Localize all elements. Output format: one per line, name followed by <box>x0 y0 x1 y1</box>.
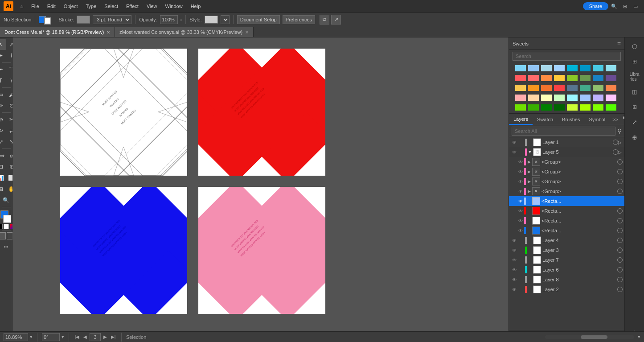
tab-swatch[interactable]: Swatch <box>533 114 558 125</box>
more-tools-button[interactable]: ••• <box>1 242 12 252</box>
color-cell[interactable] <box>567 85 578 91</box>
workspace-switcher-icon[interactable]: ⊞ <box>620 1 630 11</box>
tab-close-1[interactable]: ✕ <box>107 30 110 35</box>
eraser-tool[interactable]: ⊘ <box>0 114 6 125</box>
artboard-2-canvas[interactable]: WANTED MOST WANTED WANTED MOST WANTED WA… <box>198 49 325 176</box>
color-cell[interactable] <box>528 75 539 81</box>
color-cell[interactable] <box>554 75 565 81</box>
draw-normal-icon[interactable] <box>0 232 6 239</box>
expand-group3[interactable]: ▶ <box>526 178 532 185</box>
stroke-color-box[interactable] <box>44 17 51 25</box>
layers-tabs-more[interactable]: >> <box>610 114 621 125</box>
zoom-dropdown-icon[interactable]: ▾ <box>30 334 33 340</box>
target-group4[interactable] <box>617 189 623 194</box>
layer-row-group1[interactable]: 👁 ▶ ✕ <Group> <box>509 157 624 167</box>
layer-row-recta1[interactable]: 👁 <Recta... <box>509 196 624 206</box>
tab-brushes[interactable]: Brushes <box>558 114 584 125</box>
expand-status-icon[interactable]: ▾ <box>638 334 640 340</box>
color-cell[interactable] <box>554 95 565 101</box>
align-icon[interactable]: ⊞ <box>628 100 642 114</box>
color-cell[interactable] <box>606 104 616 111</box>
opacity-expand-icon[interactable]: › <box>180 17 182 22</box>
color-cell[interactable] <box>567 65 578 71</box>
color-cell[interactable] <box>593 85 603 91</box>
color-cell[interactable] <box>554 104 565 111</box>
rotate-tool[interactable]: ↻ <box>0 125 6 136</box>
free-transform-tool[interactable]: ⊡ <box>0 161 6 172</box>
expand-layer3[interactable] <box>527 247 533 253</box>
appearance-icon[interactable]: ◫ <box>628 85 642 99</box>
page-input[interactable] <box>90 333 101 341</box>
menu-file[interactable]: File <box>28 3 43 10</box>
color-cell[interactable] <box>541 104 552 111</box>
target-recta4[interactable] <box>617 228 623 233</box>
target-group3[interactable] <box>617 179 623 184</box>
sweets-menu-button[interactable]: ≡ <box>617 40 621 47</box>
color-cell[interactable] <box>580 95 591 101</box>
visibility-icon-layer2[interactable]: 👁 <box>511 286 518 293</box>
color-cell[interactable] <box>580 65 591 71</box>
selection-tool[interactable]: ↖ <box>0 39 6 50</box>
layer-row-layer6[interactable]: 👁 Layer 6 <box>509 265 624 275</box>
target-group2[interactable] <box>617 169 623 174</box>
layer-row-group4[interactable]: 👁 ▶ ✕ <Group> <box>509 186 624 196</box>
style-select[interactable] <box>221 15 230 24</box>
visibility-icon-layer7[interactable]: 👁 <box>511 256 518 264</box>
expand-layer5[interactable]: ▼ <box>527 149 533 155</box>
expand-layer8[interactable] <box>527 276 533 283</box>
tab-close-2[interactable]: ✕ <box>245 30 249 35</box>
target-layer8[interactable] <box>617 277 623 282</box>
3d-cube-icon[interactable]: ⬡ <box>628 39 642 54</box>
new-view-icon[interactable]: ↗ <box>331 15 341 25</box>
color-cell[interactable] <box>606 75 616 81</box>
color-cell[interactable] <box>541 85 552 91</box>
visibility-icon-group2[interactable]: 👁 <box>517 168 524 175</box>
visibility-icon-recta1[interactable]: 👁 <box>517 198 524 205</box>
properties-icon[interactable]: ⊞ <box>628 54 642 69</box>
visibility-icon-layer5[interactable]: 👁 <box>511 148 518 156</box>
rotation-input[interactable] <box>42 333 60 341</box>
expand-group1[interactable]: ▶ <box>526 159 532 165</box>
layer-row-layer1[interactable]: 👁 Layer 1 ▷ <box>509 137 624 147</box>
tab-zmost[interactable]: zMost wanted Colorways.ai @ 33.33 % (CMY… <box>115 27 254 37</box>
layer-row-layer4[interactable]: 👁 Layer 4 <box>509 235 624 245</box>
expand-group2[interactable]: ▶ <box>526 169 532 175</box>
layer-row-layer2[interactable]: 👁 Layer 2 <box>509 284 624 294</box>
menu-object[interactable]: Object <box>60 3 82 10</box>
color-cell[interactable] <box>593 104 603 111</box>
color-cell[interactable] <box>567 75 578 81</box>
rectangle-tool[interactable]: ▭ <box>0 89 6 100</box>
artboard-1-canvas[interactable]: MOST WANTED WANTED MOST WANTED WANTED MO… <box>60 49 187 176</box>
color-cell[interactable] <box>515 75 526 81</box>
visibility-icon-recta4[interactable]: 👁 <box>517 227 524 234</box>
expand-layer2[interactable] <box>527 286 533 293</box>
expand-group4[interactable]: ▶ <box>526 188 532 194</box>
color-cell[interactable] <box>528 95 539 101</box>
tab-dont-cress[interactable]: Dont Cress Me.ai* @ 18.89 % (RGB/Preview… <box>0 27 115 37</box>
rotation-dropdown-icon[interactable]: ▾ <box>62 334 64 340</box>
color-cell[interactable] <box>593 95 603 101</box>
zoom-input[interactable] <box>4 333 28 341</box>
color-cell[interactable] <box>554 85 565 91</box>
target-recta2[interactable] <box>617 208 623 214</box>
layers-search-input[interactable] <box>512 127 615 136</box>
magic-wand-tool[interactable]: ✦ <box>0 50 6 61</box>
search-icon[interactable]: 🔍 <box>609 1 619 11</box>
color-cell[interactable] <box>606 95 616 101</box>
color-cell[interactable] <box>593 65 603 71</box>
graph-tool[interactable]: 📊 <box>0 173 6 183</box>
menu-help[interactable]: Help <box>187 3 205 10</box>
stroke-swatch[interactable] <box>3 215 11 223</box>
color-cell[interactable] <box>567 104 578 111</box>
visibility-icon-recta2[interactable]: 👁 <box>517 207 524 214</box>
next-page-button[interactable]: ▶ <box>102 334 109 341</box>
target-layer1[interactable] <box>613 140 618 145</box>
document-setup-button[interactable]: Document Setup <box>237 15 280 24</box>
visibility-icon-layer4[interactable]: 👁 <box>511 237 518 244</box>
no-fill-icon[interactable] <box>4 224 9 229</box>
layers-filter-icon[interactable]: ⚲ <box>617 128 622 135</box>
layer-row-group2[interactable]: 👁 ▶ ✕ <Group> <box>509 167 624 177</box>
expand-layer6[interactable] <box>527 267 533 273</box>
tab-symbol[interactable]: Symbol <box>584 114 610 125</box>
color-cell[interactable] <box>541 65 552 71</box>
